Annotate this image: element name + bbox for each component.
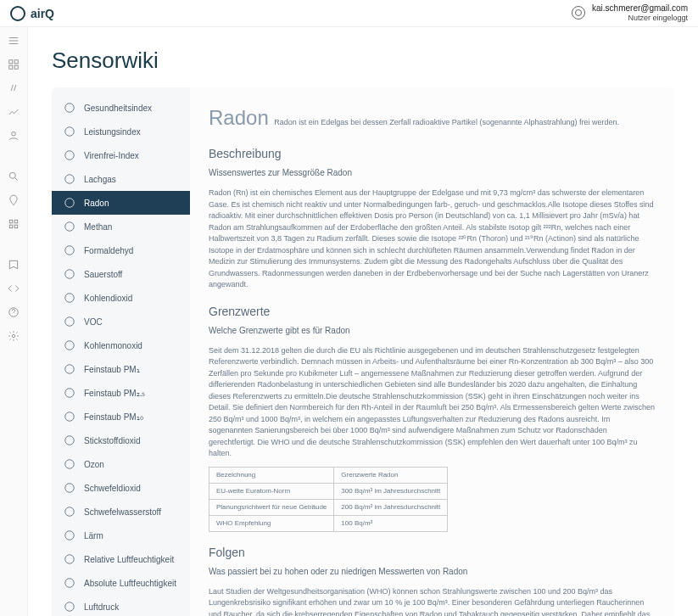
sensor-icon xyxy=(64,601,75,613)
sidebar-item-label: Schwefeldioxid xyxy=(84,484,141,493)
sidebar-item-relative-luftfeuchtigkeit[interactable]: Relative Luftfeuchtigkeit xyxy=(52,547,190,571)
menu-icon[interactable] xyxy=(7,34,20,48)
sidebar-item-lachgas[interactable]: Lachgas xyxy=(52,167,190,191)
sensor-icon xyxy=(64,292,75,304)
main-area: Sensorwiki GesundheitsindexLeistungsinde… xyxy=(28,27,698,616)
sensor-icon xyxy=(64,126,75,137)
sidebar-item-feinstaub-pm-[interactable]: Feinstaub PM₁ xyxy=(52,357,190,381)
code-icon[interactable] xyxy=(7,282,20,295)
sidebar-item-label: Kohlenmonoxid xyxy=(84,341,142,350)
svg-point-29 xyxy=(65,507,75,517)
svg-rect-1 xyxy=(14,60,18,64)
sidebar-item-l-rm[interactable]: Lärm xyxy=(52,524,190,547)
brand-name: airQ xyxy=(31,7,54,20)
sensor-icon xyxy=(64,482,75,494)
svg-point-16 xyxy=(65,199,75,208)
sensor-icon xyxy=(64,221,75,232)
sensor-icon xyxy=(64,149,75,161)
help-icon[interactable] xyxy=(7,305,20,319)
sidebar-item-label: Schwefelwasserstoff xyxy=(84,507,161,517)
user-email: kai.schmerer@gmail.com xyxy=(592,3,688,14)
users-icon[interactable] xyxy=(7,129,20,143)
user-info: kai.schmerer@gmail.com Nutzer eingeloggt xyxy=(592,3,688,23)
desc-heading: Beschreibung xyxy=(209,145,656,163)
sidebar-item-kohlenmonoxid[interactable]: Kohlenmonoxid xyxy=(52,333,190,357)
sidebar-item-label: Gesundheitsindex xyxy=(84,104,152,113)
map-icon[interactable] xyxy=(7,193,20,207)
sidebar-item-kohlendioxid[interactable]: Kohlendioxid xyxy=(52,286,190,310)
sensor-icon xyxy=(64,529,75,541)
sidebar-item-radon[interactable]: Radon xyxy=(52,191,190,215)
limits-heading: Grenzwerte xyxy=(209,303,656,321)
brand-logo[interactable]: airQ xyxy=(10,6,54,21)
settings-icon[interactable] xyxy=(7,329,20,343)
top-header: airQ kai.schmerer@gmail.com Nutzer einge… xyxy=(0,0,698,27)
sidebar-item-feinstaub-pm-[interactable]: Feinstaub PM₂.₅ xyxy=(52,381,190,405)
sidebar-item-ozon[interactable]: Ozon xyxy=(52,452,190,476)
apps-icon[interactable] xyxy=(7,217,20,231)
svg-point-32 xyxy=(65,579,75,588)
sensor-icon xyxy=(64,268,75,280)
sensor-icon xyxy=(64,244,75,256)
book-icon[interactable] xyxy=(7,258,20,272)
svg-point-28 xyxy=(65,484,75,493)
sidebar-item-label: Luftdruck xyxy=(84,602,119,612)
sidebar-item-label: Virenfrei-Index xyxy=(84,151,139,160)
sensor-icon xyxy=(64,434,75,446)
sidebar-item-label: Ozon xyxy=(84,460,104,469)
user-icon[interactable] xyxy=(572,6,585,20)
sidebar-item-label: Leistungsindex xyxy=(84,127,141,137)
svg-point-26 xyxy=(65,436,75,445)
desc-sub: Wissenswertes zur Messgröße Radon xyxy=(209,166,656,179)
search-icon[interactable] xyxy=(7,170,20,183)
svg-rect-7 xyxy=(14,220,18,223)
sidebar-item-gesundheitsindex[interactable]: Gesundheitsindex xyxy=(52,96,190,120)
svg-point-18 xyxy=(65,246,75,255)
svg-rect-3 xyxy=(14,65,18,69)
limits-sub: Welche Grenzwerte gibt es für Radon xyxy=(209,324,656,337)
sidebar-item-label: Kohlendioxid xyxy=(84,294,132,303)
sidebar-item-sauerstoff[interactable]: Sauerstoff xyxy=(52,262,190,286)
sidebar-item-leistungsindex[interactable]: Leistungsindex xyxy=(52,120,190,143)
grid-icon[interactable] xyxy=(7,58,20,71)
sidebar-item-label: VOC xyxy=(84,317,103,327)
svg-point-27 xyxy=(65,460,75,469)
sidebar-item-schwefeldioxid[interactable]: Schwefeldioxid xyxy=(52,476,190,500)
article-title: Radon xyxy=(209,106,269,129)
svg-rect-6 xyxy=(9,220,13,223)
sidebar-item-label: Methan xyxy=(84,222,112,232)
svg-point-4 xyxy=(12,132,16,136)
sensor-icon xyxy=(64,197,75,209)
sensor-list: GesundheitsindexLeistungsindexVirenfrei-… xyxy=(52,87,190,616)
sidebar-item-absolute-luftfeuchtigkeit[interactable]: Absolute Luftfeuchtigkeit xyxy=(52,571,190,595)
sidebar-item-luftdruck[interactable]: Luftdruck xyxy=(52,595,190,616)
sidebar-item-label: Feinstaub PM₁ xyxy=(84,365,140,374)
sidebar-item-formaldehyd[interactable]: Formaldehyd xyxy=(52,238,190,262)
sidebar-item-schwefelwasserstoff[interactable]: Schwefelwasserstoff xyxy=(52,500,190,524)
article-lead: Radon ist ein Edelgas bei dessen Zerfall… xyxy=(274,118,619,126)
svg-point-21 xyxy=(65,317,75,327)
svg-rect-0 xyxy=(9,60,13,64)
svg-point-31 xyxy=(65,555,75,564)
sensor-icon xyxy=(64,387,75,399)
sidebar-item-methan[interactable]: Methan xyxy=(52,215,190,238)
sidebar-item-stickstoffdioxid[interactable]: Stickstoffdioxid xyxy=(52,428,190,452)
sidebar-item-feinstaub-pm-[interactable]: Feinstaub PM₁₀ xyxy=(52,405,190,428)
logo-icon xyxy=(10,6,25,21)
cons-heading: Folgen xyxy=(209,544,656,562)
svg-point-25 xyxy=(65,412,75,422)
sidebar-item-label: Absolute Luftfeuchtigkeit xyxy=(84,579,176,588)
sidebar-item-virenfrei-index[interactable]: Virenfrei-Index xyxy=(52,143,190,167)
compare-icon[interactable] xyxy=(7,81,20,95)
user-status: Nutzer eingeloggt xyxy=(592,14,688,23)
sidebar-item-label: Feinstaub PM₁₀ xyxy=(84,412,143,422)
svg-point-17 xyxy=(65,222,75,232)
svg-point-5 xyxy=(9,172,15,178)
svg-point-12 xyxy=(65,104,75,113)
limits-text: Seit dem 31.12.2018 gelten die durch die… xyxy=(209,345,656,460)
chart-icon[interactable] xyxy=(7,105,20,119)
sidebar-item-voc[interactable]: VOC xyxy=(52,310,190,333)
svg-point-23 xyxy=(65,365,75,374)
sensor-icon xyxy=(64,316,75,328)
sidebar-item-label: Sauerstoff xyxy=(84,270,122,279)
